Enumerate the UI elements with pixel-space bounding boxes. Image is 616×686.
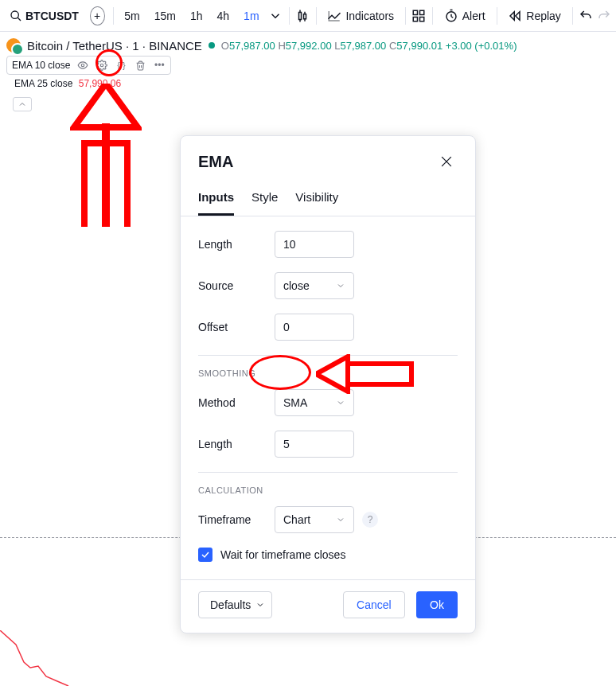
svg-rect-10 [414, 17, 418, 21]
symbol-label: BTCUSDT [25, 10, 79, 22]
offset-input[interactable] [275, 314, 354, 341]
chevron-down-icon [255, 600, 265, 610]
replay-icon [508, 9, 522, 23]
undo-button[interactable] [578, 5, 595, 27]
delete-icon[interactable] [131, 57, 149, 73]
length-input[interactable] [275, 231, 354, 258]
grid-icon[interactable] [411, 5, 427, 27]
timeframe-label: Timeframe [198, 513, 275, 526]
legend-ema10[interactable]: EMA 10 close { } ••• [6, 56, 171, 75]
indicators-button[interactable]: Indicators [321, 6, 400, 26]
interval-4h[interactable]: 4h [211, 6, 236, 25]
legend-ema25[interactable]: EMA 25 close 57,990.06 [6, 75, 610, 92]
status-dot-icon [209, 42, 215, 49]
interval-1m[interactable]: 1m [237, 6, 265, 25]
calculation-section-label: CALCULATION [198, 485, 458, 495]
svg-rect-5 [304, 14, 306, 18]
source-label: Source [198, 279, 275, 292]
legend-label: EMA 10 close [10, 60, 72, 71]
interval-5m[interactable]: 5m [118, 6, 146, 25]
svg-marker-16 [510, 11, 514, 20]
source-code-icon[interactable]: { } [112, 57, 130, 73]
search-icon [10, 10, 22, 22]
price-line-icon [0, 630, 72, 686]
alert-icon [444, 9, 458, 23]
dialog-tabs: Inputs Style Visibility [181, 182, 475, 216]
top-toolbar: BTCUSDT + 5m 15m 1h 4h 1m Indicators Ale… [0, 0, 616, 32]
timeframe-select[interactable]: Chart [275, 506, 354, 533]
svg-rect-2 [299, 12, 302, 19]
ok-button[interactable]: Ok [416, 591, 458, 618]
interval-15m[interactable]: 15m [148, 6, 182, 25]
collapse-legend-button[interactable] [13, 97, 32, 111]
svg-point-0 [11, 11, 18, 18]
symbol-search[interactable]: BTCUSDT [3, 6, 85, 25]
alert-button[interactable]: Alert [438, 6, 492, 26]
svg-point-19 [101, 64, 104, 67]
check-icon [201, 550, 210, 559]
interval-chevron-icon[interactable] [267, 5, 284, 27]
ema-settings-dialog: EMA Inputs Style Visibility Length Sourc… [180, 135, 476, 633]
candle-type-icon[interactable] [294, 5, 310, 27]
svg-rect-9 [420, 10, 424, 14]
svg-point-18 [82, 64, 85, 67]
redo-button[interactable] [596, 5, 613, 27]
legend-area: EMA 10 close { } ••• EMA 25 close 57,990… [0, 54, 616, 118]
legend-value: 57,990.06 [79, 78, 121, 89]
chevron-down-icon [336, 515, 345, 524]
coin-icon [6, 38, 21, 53]
dialog-title: EMA [198, 153, 233, 171]
ohlc-values: O57,987.00 H57,992.00 L57,987.00 C57,990… [221, 40, 517, 52]
interval-1h[interactable]: 1h [184, 6, 209, 25]
chevron-down-icon [336, 281, 345, 290]
wait-checkbox[interactable] [198, 548, 212, 562]
method-label: Method [198, 396, 275, 409]
chevron-down-icon [336, 398, 345, 407]
symbol-title: Bitcoin / TetherUS · 1 · BINANCE [27, 39, 202, 53]
smoothing-length-label: Length [198, 438, 275, 450]
cancel-button[interactable]: Cancel [343, 591, 405, 618]
svg-marker-17 [516, 11, 520, 20]
close-icon [439, 154, 454, 170]
close-button[interactable] [435, 150, 458, 173]
replay-button[interactable]: Replay [501, 6, 567, 26]
tab-style[interactable]: Style [251, 182, 278, 216]
visibility-icon[interactable] [74, 57, 92, 73]
indicators-icon [327, 9, 341, 23]
source-select[interactable]: close [275, 272, 354, 299]
help-icon[interactable]: ? [362, 512, 378, 528]
svg-rect-8 [414, 10, 418, 14]
smoothing-section-label: SMOOTHING [198, 368, 458, 378]
tab-inputs[interactable]: Inputs [198, 182, 234, 216]
defaults-button[interactable]: Defaults [198, 591, 272, 618]
symbol-info-row: Bitcoin / TetherUS · 1 · BINANCE O57,987… [0, 32, 616, 54]
add-symbol-button[interactable]: + [90, 6, 105, 25]
tab-visibility[interactable]: Visibility [295, 182, 338, 216]
method-select[interactable]: SMA [275, 389, 354, 416]
settings-icon[interactable] [93, 57, 111, 73]
more-icon[interactable]: ••• [150, 57, 168, 73]
wait-label: Wait for timeframe closes [220, 548, 345, 561]
svg-line-14 [451, 16, 453, 18]
length-label: Length [198, 238, 275, 251]
offset-label: Offset [198, 321, 275, 333]
chevron-up-icon [18, 99, 27, 109]
smoothing-length-input[interactable] [275, 431, 354, 458]
svg-rect-11 [420, 17, 424, 21]
svg-line-1 [18, 18, 21, 21]
